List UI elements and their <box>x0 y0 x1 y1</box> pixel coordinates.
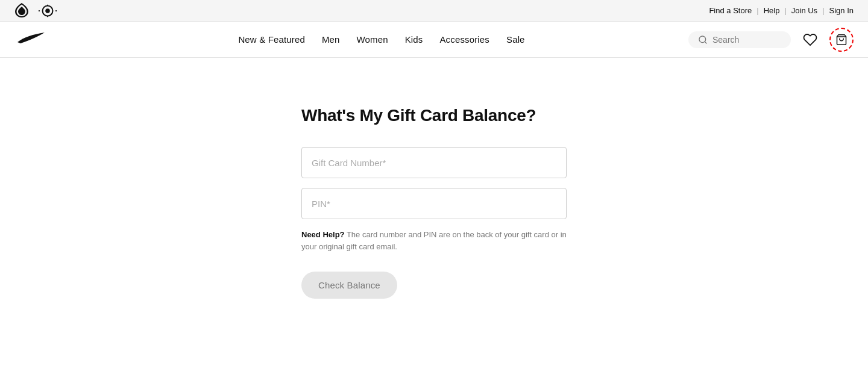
join-us-link[interactable]: Join Us <box>791 6 817 15</box>
main-content: What's My Gift Card Balance? Need Help? … <box>0 58 868 335</box>
favorites-button[interactable] <box>800 30 820 49</box>
utility-bar: Find a Store | Help | Join Us | Sign In <box>0 0 868 22</box>
form-title: What's My Gift Card Balance? <box>301 106 567 125</box>
find-store-link[interactable]: Find a Store <box>709 6 752 15</box>
need-help-label: Need Help? <box>301 230 345 239</box>
nike-logo[interactable] <box>14 31 51 48</box>
search-icon <box>698 35 708 45</box>
nav-link-sale[interactable]: Sale <box>506 34 525 45</box>
nav-links: New & Featured Men Women Kids Accessorie… <box>75 34 688 45</box>
nav-link-kids[interactable]: Kids <box>405 34 423 45</box>
converse-logo[interactable] <box>39 4 57 18</box>
bag-icon <box>835 34 848 46</box>
pin-input[interactable] <box>301 188 567 219</box>
separator-2: | <box>784 6 786 15</box>
nav-link-men[interactable]: Men <box>322 34 340 45</box>
gift-card-form: What's My Gift Card Balance? Need Help? … <box>301 106 567 299</box>
nav-link-women[interactable]: Women <box>357 34 388 45</box>
utility-bar-logos <box>14 4 57 18</box>
separator-1: | <box>756 6 758 15</box>
heart-icon <box>803 33 817 47</box>
nav-actions <box>688 28 854 52</box>
nav-link-accessories[interactable]: Accessories <box>439 34 489 45</box>
sign-in-link[interactable]: Sign In <box>829 6 854 15</box>
nav-link-new-featured[interactable]: New & Featured <box>238 34 304 45</box>
cart-button[interactable] <box>829 28 854 52</box>
help-link[interactable]: Help <box>764 6 780 15</box>
nike-swoosh-icon <box>14 31 51 46</box>
gift-card-number-input[interactable] <box>301 147 567 178</box>
help-text: Need Help? The card number and PIN are o… <box>301 229 567 252</box>
search-input[interactable] <box>712 35 781 45</box>
svg-point-1 <box>45 8 50 13</box>
check-balance-button[interactable]: Check Balance <box>301 272 397 299</box>
utility-bar-actions: Find a Store | Help | Join Us | Sign In <box>709 6 854 15</box>
jordan-logo[interactable] <box>14 4 29 18</box>
svg-line-3 <box>705 42 706 43</box>
main-nav: New & Featured Men Women Kids Accessorie… <box>0 22 868 58</box>
search-bar[interactable] <box>688 31 791 48</box>
separator-3: | <box>822 6 824 15</box>
